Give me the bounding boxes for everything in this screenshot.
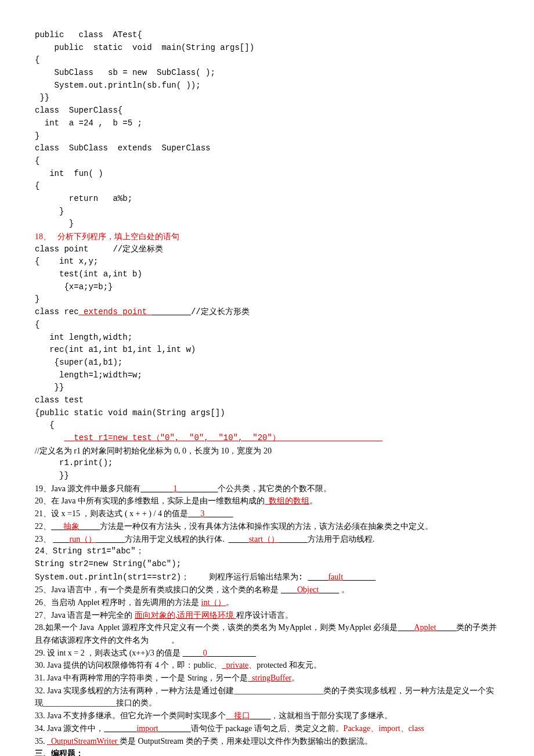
q19-blank2: __________ (177, 484, 218, 493)
code-line: class test (35, 394, 499, 407)
rec-prefix: class rec (35, 307, 79, 316)
q23-answer2: start（） (249, 535, 279, 543)
q22-text: 22、 (35, 522, 51, 531)
q31-text2: 。 (291, 674, 300, 682)
q21-text: 21、设 x =15 ，则表达式 ( x + + ) / 4 的值是 (35, 509, 188, 518)
question-24-line3: System.out.println(str1==str2)； 则程序运行后输出… (35, 571, 499, 584)
test-answer: test r1=new test（"0", "0", "10", "20"） (64, 433, 383, 442)
code-line: } (35, 293, 499, 306)
q18-title: 分析下列程序，填上空白处的语句 (57, 232, 179, 241)
question-35: 35. OutputStreamWriter 类是 OutputStream 类… (35, 735, 499, 748)
q21-blank2: _______ (204, 509, 233, 518)
q23-text3: 方法用于启动线程. (308, 535, 375, 543)
code-line: {public static void main(String args[]) (35, 407, 499, 420)
q25-blank1: ____ (281, 585, 297, 594)
q26-text2: 。 (226, 598, 234, 607)
q33-answer: __接口 (226, 711, 250, 720)
q34-text2: 语句位于 package 语句之后、类定义之前。 (191, 724, 344, 733)
code-line: { (35, 155, 499, 168)
code-line: r1.print(); (35, 457, 499, 470)
question-30: 30. Java 提供的访问权限修饰符有 4 个，即：public、_priva… (35, 659, 499, 672)
question-27: 27、Java 语言是一种完全的 面向对象的,适用于网络环境 程序设计语言。 (35, 609, 499, 622)
q28-blank2: _____ (436, 623, 456, 632)
q29-blank2: ____________ (207, 649, 256, 657)
code-line: length=l;width=w; (35, 369, 499, 382)
q26-answer: int（） (201, 598, 226, 607)
question-34: 34. Java 源文件中，________import________语句位于… (35, 722, 499, 735)
q20-answer: _数组的数组 (265, 496, 309, 505)
question-19: 19、Java 源文件中最多只能有________1__________个公共类… (35, 483, 499, 495)
q24-blank2: ________ (343, 573, 376, 581)
q23-answer1: run（） (70, 535, 97, 543)
code-line: { int x,y; (35, 255, 499, 268)
section-3-heading: 三、编程题： (35, 747, 499, 756)
code-line: }} (35, 92, 499, 105)
q33-text2: ，这就相当于部分实现了多继承。 (270, 711, 392, 720)
code-line: { (35, 54, 499, 67)
question-20: 20、在 Java 中所有实现的多维数组，实际上是由一维数组构成的_数组的数组。 (35, 495, 499, 507)
q34-text: 34. Java 源文件中， (35, 724, 104, 733)
q25-blank2: _____ (319, 585, 339, 594)
q28-blank1: ____ (398, 623, 414, 632)
q20-text2: 。 (309, 496, 317, 505)
code-line: } (35, 206, 499, 218)
code-line: System.out.println(sb.fun( )); (35, 80, 499, 92)
question-29: 29. 设 int x = 2 ，则表达式 (x++)/3 的值是 _____0… (35, 647, 499, 660)
question-33: 33. Java 不支持多继承。但它允许一个类同时实现多个__接口_____，这… (35, 710, 499, 722)
q24-text: System.out.println(str1==str2)； 则程序运行后输出… (35, 573, 308, 582)
q23-blank2: _____ (229, 535, 249, 543)
code-test-line: test r1=new test（"0", "0", "10", "20"） (35, 432, 499, 445)
q29-answer: 0 (203, 649, 207, 657)
question-24-line2: String str2=new String("abc"); (35, 558, 499, 571)
rec-answer: _extends point (79, 307, 152, 316)
code-line: }} (35, 381, 499, 394)
code-line: //定义名为 r1 的对象同时初始化坐标为 0, 0，长度为 10，宽度为 20 (35, 445, 499, 458)
code-line: rec(int a1,int b1,int l,int w) (35, 344, 499, 357)
q24-answer: fault (328, 573, 343, 581)
code-rec-line: class rec_extends point ________//定义长方形类 (35, 306, 499, 319)
question-31: 31. Java 中有两种常用的字符串类，一个是 String，另一个是_str… (35, 672, 499, 685)
q23-text: 23、 (35, 535, 53, 543)
q22-blank1: ___ (51, 522, 63, 531)
q34-answer: import (136, 724, 158, 733)
code-line: } (35, 130, 499, 143)
q35-text2: 类是 OutputStream 类的子类，用来处理以文件作为数据输出的数据流。 (120, 737, 373, 746)
code-line: class SubClass extends SuperClass (35, 142, 499, 155)
code-line: {super(a1,b1); (35, 357, 499, 369)
q25-text: 25、Java 语言中，有一个类是所有类或接口的父类，这个类的名称是 (35, 585, 281, 594)
question-21: 21、设 x =15 ，则表达式 ( x + + ) / 4 的值是___3__… (35, 507, 499, 520)
question-23: 23、 ____run（）_______方法用于定义线程的执行体. _____s… (35, 533, 499, 546)
q35-answer: OutputStreamWriter (47, 737, 120, 746)
q33-blank: _____ (250, 711, 270, 720)
code-line: public static void main(String args[]) (35, 42, 499, 55)
code-line: } (35, 218, 499, 231)
rec-blank: ________ (152, 307, 191, 316)
code-line: }} (35, 470, 499, 483)
q33-text: 33. Java 不支持多继承。但它允许一个类同时实现多个 (35, 711, 226, 720)
code-line: { (35, 419, 499, 432)
code-line: { (35, 319, 499, 332)
code-line: SubClass sb = new SubClass( ); (35, 67, 499, 80)
q35-text: 35. (35, 737, 47, 746)
question-18: 18、 分析下列程序，填上空白处的语句 (35, 231, 499, 243)
q28-answer: Applet (414, 623, 436, 632)
q31-text: 31. Java 中有两种常用的字符串类，一个是 String，另一个是 (35, 674, 248, 682)
question-28: 28.如果一个 Java Applet 源程序文件只定义有一个类，该类的类名为 … (35, 621, 499, 646)
q24-blank1: _____ (308, 573, 328, 581)
code-block-2c: //定义名为 r1 的对象同时初始化坐标为 0, 0，长度为 10，宽度为 20… (35, 445, 499, 483)
q23-blank1: ____ (53, 535, 70, 543)
q27-answer: 面向对象的,适用于网络环境 (135, 611, 236, 620)
test-indent (35, 433, 64, 442)
q31-answer: _stringBuffer (248, 674, 291, 682)
code-line: { (35, 180, 499, 193)
code-line: return a%b; (35, 193, 499, 206)
code-line: int fun( ) (35, 168, 499, 181)
code-line: class SuperClass{ (35, 105, 499, 117)
code-block-2b: { int length,width; rec(int a1,int b1,in… (35, 319, 499, 432)
code-line: int a =24 , b =5 ; (35, 117, 499, 130)
question-25: 25、Java 语言中，有一个类是所有类或接口的父类，这个类的名称是 ____O… (35, 584, 499, 596)
question-26: 26、当启动 Applet 程序时，首先调用的方法是 int（）。 (35, 596, 499, 609)
q18-prefix: 18、 (35, 232, 57, 241)
question-32: 32. Java 实现多线程的方法有两种，一种方法是通过创建__________… (35, 685, 499, 710)
code-line: {x=a;y=b;} (35, 281, 499, 294)
